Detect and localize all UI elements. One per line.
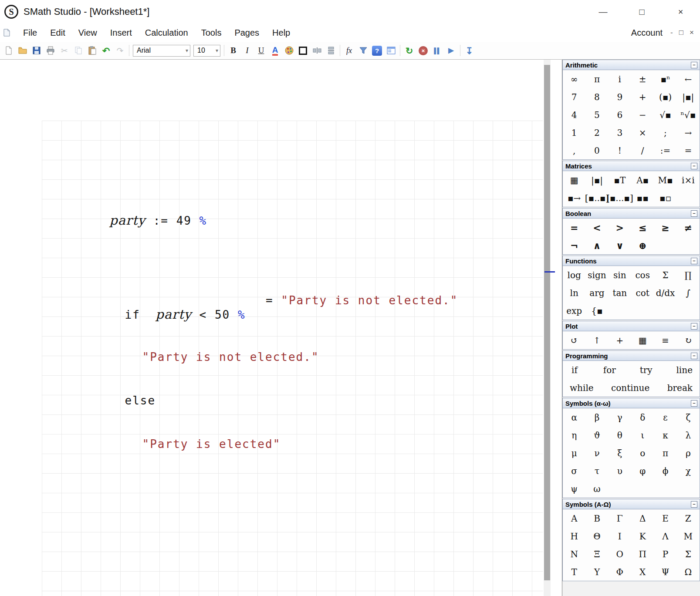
- font-size-select[interactable]: 10 ▾: [193, 45, 220, 57]
- palette-button[interactable]: line: [676, 366, 693, 374]
- collapse-icon[interactable]: −: [691, 353, 697, 359]
- collapse-icon[interactable]: −: [691, 400, 697, 407]
- menu-account[interactable]: Account: [631, 28, 663, 38]
- palette-button[interactable]: Κ: [638, 532, 647, 541]
- palette-button[interactable]: ∫: [683, 289, 693, 297]
- mdi-restore-icon[interactable]: □: [679, 28, 683, 37]
- background-color-button[interactable]: [282, 44, 296, 57]
- palette-button[interactable]: 0: [592, 146, 602, 155]
- paste-button[interactable]: [85, 44, 99, 57]
- palette-button[interactable]: π: [660, 449, 670, 458]
- align-horizontal-button[interactable]: [310, 44, 324, 57]
- redo-button[interactable]: ↷: [113, 44, 127, 57]
- palette-button[interactable]: cot: [636, 289, 649, 297]
- font-color-button[interactable]: A: [268, 44, 282, 57]
- italic-button[interactable]: I: [240, 44, 254, 57]
- run-button[interactable]: ▶: [444, 44, 458, 57]
- palette-button[interactable]: Ρ: [660, 550, 670, 559]
- collapse-icon[interactable]: −: [691, 501, 697, 508]
- recalculate-button[interactable]: ↻: [402, 44, 416, 57]
- palette-button[interactable]: λ: [683, 431, 693, 440]
- palette-button[interactable]: ▪▫: [659, 194, 671, 202]
- palette-button[interactable]: log: [568, 271, 581, 279]
- close-button[interactable]: ×: [661, 0, 700, 24]
- underline-button[interactable]: U: [254, 44, 268, 57]
- palette-button[interactable]: ∏: [683, 271, 693, 279]
- palette-button[interactable]: ↑: [592, 336, 602, 345]
- palette-button[interactable]: Σ: [683, 550, 693, 559]
- palette-button[interactable]: ▪T: [614, 176, 626, 185]
- palette-button[interactable]: Ο: [615, 550, 625, 559]
- palette-button[interactable]: Β: [592, 514, 602, 523]
- palette-button[interactable]: ϕ: [660, 467, 670, 475]
- palette-button[interactable]: continue: [611, 384, 649, 392]
- palette-button[interactable]: ;: [660, 128, 670, 137]
- palette-button[interactable]: ▪→: [568, 194, 581, 202]
- minimize-button[interactable]: —: [584, 0, 622, 24]
- palette-button[interactable]: ▦: [569, 176, 579, 185]
- palette-button[interactable]: ν: [592, 449, 602, 458]
- palette-button[interactable]: ▪ⁿ: [660, 75, 670, 84]
- palette-button[interactable]: d/dx: [656, 289, 675, 297]
- palette-button[interactable]: κ: [660, 431, 670, 440]
- palette-button[interactable]: ψ: [569, 485, 579, 493]
- palette-button[interactable]: cos: [635, 271, 650, 279]
- palette-button[interactable]: +: [615, 336, 625, 345]
- palette-button[interactable]: for: [603, 366, 616, 374]
- menu-calculation[interactable]: Calculation: [145, 28, 188, 38]
- palette-button[interactable]: Ζ: [683, 514, 693, 523]
- palette-button[interactable]: ln: [569, 289, 579, 297]
- palette-button[interactable]: tan: [612, 289, 627, 297]
- palette-button[interactable]: 5: [592, 111, 602, 119]
- new-document-button[interactable]: [2, 44, 15, 57]
- palette-button[interactable]: |▪|: [591, 176, 603, 185]
- palette-button[interactable]: −: [638, 111, 647, 119]
- palette-button[interactable]: ≤: [638, 223, 647, 232]
- palette-button[interactable]: α: [569, 413, 579, 422]
- print-button[interactable]: [44, 44, 57, 57]
- palette-button[interactable]: ο: [638, 449, 647, 458]
- palette-button[interactable]: ←: [683, 75, 693, 84]
- filter-button[interactable]: [356, 44, 370, 57]
- palette-button[interactable]: Τ: [569, 568, 579, 576]
- palette-button[interactable]: ϑ: [592, 431, 602, 440]
- mdi-minimize-icon[interactable]: -: [670, 28, 673, 37]
- palette-button[interactable]: Π: [638, 550, 647, 559]
- palette-button[interactable]: arg: [589, 289, 604, 297]
- collapse-icon[interactable]: −: [691, 323, 697, 330]
- palette-button[interactable]: υ: [615, 467, 625, 475]
- palette-button[interactable]: Γ: [615, 514, 625, 523]
- open-button[interactable]: [16, 44, 29, 57]
- palette-button[interactable]: !: [615, 146, 625, 155]
- palette-button[interactable]: Υ: [592, 568, 602, 576]
- collapse-icon[interactable]: −: [691, 163, 697, 169]
- palette-button[interactable]: ⁿ√▪: [680, 111, 696, 119]
- palette-button[interactable]: β: [592, 413, 602, 422]
- palette-button[interactable]: ≡: [660, 336, 670, 345]
- palette-button[interactable]: Ω: [683, 568, 693, 576]
- palette-button[interactable]: {▪: [591, 306, 602, 315]
- palette-button[interactable]: Η: [569, 532, 579, 541]
- palette-button[interactable]: ∧: [592, 241, 602, 250]
- palette-button[interactable]: Ψ: [660, 568, 670, 576]
- palette-button[interactable]: 6: [615, 111, 625, 119]
- palette-button[interactable]: (▪): [659, 93, 672, 101]
- snapshot-button[interactable]: ↧: [463, 44, 476, 57]
- palette-button[interactable]: Ι: [615, 532, 625, 541]
- palette-button[interactable]: 1: [569, 128, 579, 137]
- palette-button[interactable]: Φ: [615, 568, 625, 576]
- palette-button[interactable]: Α: [569, 514, 579, 523]
- show-panels-button[interactable]: [384, 44, 398, 57]
- vertical-scrollbar[interactable]: [544, 60, 551, 596]
- palette-button[interactable]: 7: [569, 93, 579, 101]
- palette-button[interactable]: [▪...▪]: [606, 194, 633, 202]
- save-button[interactable]: [30, 44, 43, 57]
- menu-pages[interactable]: Pages: [234, 28, 259, 38]
- align-vertical-button[interactable]: [324, 44, 338, 57]
- scrollbar-thumb[interactable]: [544, 65, 550, 580]
- collapse-icon[interactable]: −: [691, 210, 697, 217]
- palette-button[interactable]: =: [683, 146, 693, 155]
- interrupt-button[interactable]: ×: [416, 44, 430, 57]
- palette-button[interactable]: ▪▪: [637, 194, 649, 202]
- palette-button[interactable]: Μ: [683, 532, 693, 541]
